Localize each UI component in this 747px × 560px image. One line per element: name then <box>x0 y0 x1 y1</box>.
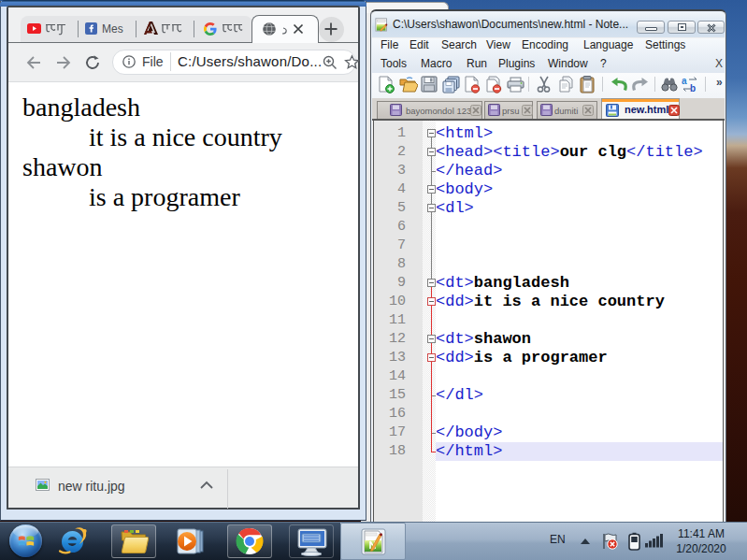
svg-text:a: a <box>682 76 687 86</box>
